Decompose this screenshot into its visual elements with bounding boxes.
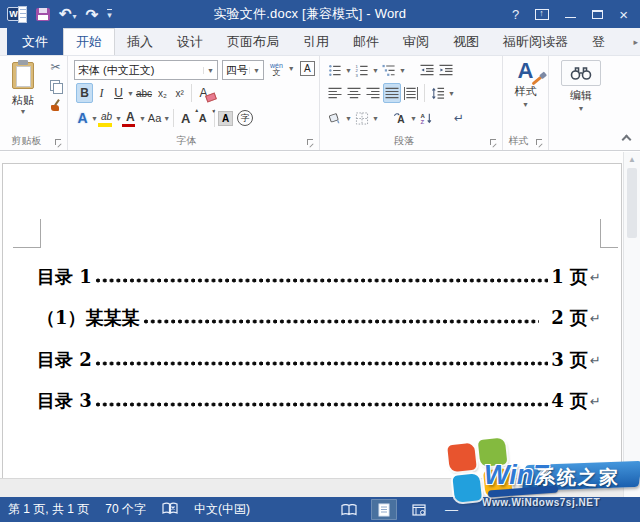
page-indicator[interactable]: 第 1 页, 共 1 页 [8, 501, 89, 518]
show-hide-marks-icon[interactable]: ↵ [450, 108, 468, 128]
language-indicator[interactable]: 中文(中国) [194, 501, 250, 518]
font-size-caret-icon[interactable]: ▼ [249, 67, 260, 74]
shading-caret-icon[interactable]: ▼ [345, 115, 352, 122]
tab-home[interactable]: 开始 [63, 28, 115, 55]
enclose-characters-icon[interactable]: 字 [237, 110, 253, 126]
ribbon-display-options-icon[interactable] [535, 9, 549, 20]
format-painter-icon[interactable] [50, 99, 62, 112]
asian-layout-icon[interactable]: A [391, 108, 409, 128]
styles-button[interactable]: A 样式 ▼ [506, 60, 545, 108]
document-page[interactable]: 目录 1 1 页 ↵ （1）某某某 2 页 ↵ 目录 2 3 页 ↵ 目录 3 … [2, 163, 622, 478]
word-count[interactable]: 70 个字 [105, 501, 146, 518]
collapse-ribbon-icon[interactable] [622, 134, 630, 142]
change-case-caret-icon[interactable]: ▼ [163, 115, 170, 122]
toc-entry[interactable]: 目录 3 4 页 ↵ [37, 388, 601, 414]
scrollbar-thumb[interactable] [627, 168, 637, 238]
bullets-caret-icon[interactable]: ▼ [345, 67, 352, 74]
styles-caret-icon[interactable]: ▼ [522, 101, 529, 108]
proofing-icon[interactable] [162, 502, 178, 518]
tab-file[interactable]: 文件 [7, 28, 63, 55]
character-border-icon[interactable]: A [300, 61, 315, 76]
paste-button[interactable]: 粘贴 ▼ [4, 59, 42, 135]
highlight-color-icon[interactable]: ab [98, 108, 115, 128]
multilevel-list-icon[interactable] [380, 60, 398, 80]
tab-insert[interactable]: 插入 [115, 28, 165, 55]
line-spacing-caret-icon[interactable]: ▼ [448, 90, 455, 97]
justify-icon[interactable] [383, 83, 401, 103]
underline-caret-icon[interactable]: ▼ [127, 90, 134, 97]
styles-dialog-launcher-icon[interactable] [536, 139, 544, 147]
vertical-scrollbar[interactable]: ▲ [623, 152, 640, 497]
character-shading-icon[interactable]: A [218, 111, 233, 126]
tab-scroll-arrow-icon[interactable]: ▸ [633, 28, 640, 55]
word-app-icon[interactable]: W [7, 6, 27, 23]
multilevel-caret-icon[interactable]: ▼ [399, 67, 406, 74]
editing-button[interactable]: 编辑 ▼ [552, 60, 610, 112]
borders-icon[interactable] [353, 108, 371, 128]
highlight-caret-icon[interactable]: ▼ [115, 115, 122, 122]
font-color-caret-icon[interactable]: ▼ [139, 115, 146, 122]
shrink-font-icon[interactable]: A [194, 108, 211, 128]
tab-review[interactable]: 审阅 [391, 28, 441, 55]
tab-sign-in[interactable]: 登 [580, 28, 607, 55]
clear-formatting-icon[interactable]: A [195, 83, 212, 103]
phonetic-guide-icon[interactable]: wén 文 [270, 62, 283, 76]
maximize-icon[interactable] [592, 10, 603, 19]
document-viewport[interactable]: 目录 1 1 页 ↵ （1）某某某 2 页 ↵ 目录 2 3 页 ↵ 目录 3 … [0, 152, 640, 497]
shading-icon[interactable] [326, 108, 344, 128]
save-icon[interactable] [36, 8, 50, 21]
clipboard-dialog-launcher-icon[interactable] [55, 139, 63, 147]
tab-foxit-reader[interactable]: 福昕阅读器 [491, 28, 580, 55]
strikethrough-button[interactable]: abc [134, 83, 154, 103]
phonetic-caret-icon[interactable]: ▼ [288, 65, 295, 72]
italic-button[interactable]: I [93, 83, 110, 103]
toc-entry[interactable]: 目录 1 1 页 ↵ [37, 264, 601, 290]
align-left-icon[interactable] [326, 83, 344, 103]
font-color-icon[interactable]: A [122, 108, 139, 128]
paste-caret-icon[interactable]: ▼ [20, 108, 27, 115]
font-name-caret-icon[interactable]: ▼ [203, 67, 214, 74]
tab-mailings[interactable]: 邮件 [341, 28, 391, 55]
distribute-icon[interactable] [402, 83, 420, 103]
editing-caret-icon[interactable]: ▼ [578, 105, 585, 112]
font-name-select[interactable]: 宋体 (中文正文) ▼ [74, 60, 218, 80]
subscript-button[interactable]: x₂ [154, 83, 171, 103]
change-case-button[interactable]: Aa [146, 108, 163, 128]
copy-icon[interactable] [50, 80, 61, 92]
tab-view[interactable]: 视图 [441, 28, 491, 55]
redo-icon[interactable]: ↷ [86, 7, 99, 22]
increase-indent-icon[interactable] [437, 60, 455, 80]
print-layout-icon[interactable] [371, 499, 397, 520]
align-right-icon[interactable] [364, 83, 382, 103]
text-effects-icon[interactable]: A [74, 108, 91, 128]
decrease-indent-icon[interactable] [418, 60, 436, 80]
paragraph-dialog-launcher-icon[interactable] [490, 139, 498, 147]
tab-design[interactable]: 设计 [165, 28, 215, 55]
font-size-select[interactable]: 四号 ▼ [222, 60, 264, 80]
tab-references[interactable]: 引用 [291, 28, 341, 55]
bold-button[interactable]: B [76, 83, 93, 103]
read-mode-icon[interactable] [336, 499, 362, 520]
minimize-icon[interactable] [565, 17, 576, 18]
scroll-up-icon[interactable]: ▲ [624, 152, 640, 164]
numbering-icon[interactable]: 123 [353, 60, 371, 80]
asian-layout-caret-icon[interactable]: ▼ [410, 115, 417, 122]
undo-caret-icon[interactable]: ▾ [73, 12, 77, 21]
zoom-out-icon[interactable]: — [445, 502, 458, 517]
bullets-icon[interactable] [326, 60, 344, 80]
sort-icon[interactable]: AZ [418, 108, 436, 128]
cut-icon[interactable]: ✂ [50, 61, 60, 73]
help-icon[interactable]: ? [512, 8, 519, 21]
text-effects-caret-icon[interactable]: ▼ [91, 115, 98, 122]
web-layout-icon[interactable] [406, 499, 432, 520]
toc-entry[interactable]: 目录 2 3 页 ↵ [37, 347, 601, 373]
close-icon[interactable]: × [619, 8, 628, 21]
grow-font-icon[interactable]: A [177, 108, 194, 128]
superscript-button[interactable]: x² [171, 83, 188, 103]
undo-button[interactable]: ↶▾ [59, 5, 77, 23]
toc-entry[interactable]: （1）某某某 2 页 ↵ [37, 305, 601, 331]
borders-caret-icon[interactable]: ▼ [372, 115, 379, 122]
align-center-icon[interactable] [345, 83, 363, 103]
underline-button[interactable]: U [110, 83, 127, 103]
numbering-caret-icon[interactable]: ▼ [372, 67, 379, 74]
